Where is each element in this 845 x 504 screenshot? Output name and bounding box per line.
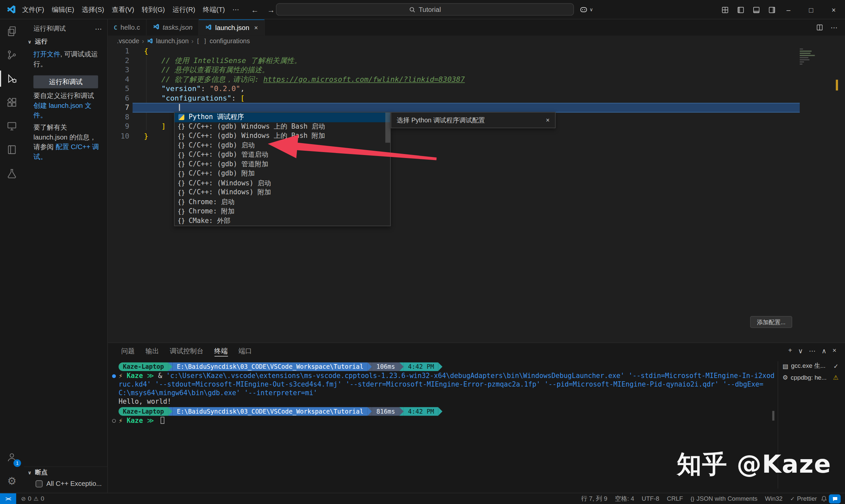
extensions-icon[interactable]	[0, 90, 24, 114]
status-language-mode[interactable]: {}JSON with Comments	[687, 493, 761, 504]
panel-tab-调试控制台[interactable]: 调试控制台	[166, 343, 207, 359]
close-panel-icon[interactable]: ×	[832, 347, 837, 355]
status-formatter[interactable]: ✓Prettier	[786, 493, 821, 504]
menu-item[interactable]: 查看(V)	[108, 4, 138, 16]
back-arrow-icon[interactable]: ←	[251, 5, 259, 14]
breakpoints-header[interactable]: ∨ 断点	[24, 468, 107, 478]
toggle-secondary-sidebar-icon[interactable]	[768, 6, 776, 14]
notifications-bell[interactable]	[821, 496, 828, 502]
notebook-icon[interactable]	[0, 138, 24, 162]
forward-arrow-icon[interactable]: →	[267, 5, 275, 14]
code-line[interactable]: // 悬停以查看现有属性的描述。	[108, 65, 838, 75]
more-actions-icon[interactable]: ⋯	[809, 347, 816, 355]
code-line[interactable]: // 欲了解更多信息，请访问: https://go.microsoft.com…	[108, 74, 838, 84]
suggestion-item[interactable]: {}C/C++: (gdb) Windows 上的 Bash 启动	[175, 122, 390, 132]
explorer-icon[interactable]	[0, 19, 24, 43]
create-launch-json-link[interactable]: 创建 launch.json 文件。	[33, 102, 91, 119]
open-file-link[interactable]: 打开文件	[33, 51, 60, 58]
braces-icon: {}	[177, 132, 186, 140]
sidebar-more-actions-icon[interactable]: ⋯	[95, 24, 102, 32]
chat-bubble-icon	[832, 496, 838, 502]
panel-tab-端口[interactable]: 端口	[235, 343, 256, 359]
breadcrumb-folder[interactable]: .vscode	[117, 37, 139, 45]
menu-item[interactable]: 转到(G)	[138, 4, 169, 16]
copilot-menu[interactable]: ∨	[579, 5, 593, 14]
terminal-view[interactable]: Kaze-LaptopE:\BaiduSyncdisk\03_CODE\VSCo…	[119, 361, 775, 490]
problems-status[interactable]: ⊘ 0 ⚠ 0	[16, 496, 49, 502]
settings-gear-icon[interactable]: ⚙	[0, 469, 24, 493]
chevron-down-icon: ∨	[589, 7, 593, 12]
menu-item[interactable]: 文件(F)	[18, 4, 48, 16]
code-line[interactable]: "version": "0.2.0",	[108, 84, 838, 94]
split-editor-icon[interactable]	[816, 24, 824, 31]
suggestion-item[interactable]: {}C/C++: (gdb) 管道附加	[175, 160, 390, 169]
menu-item[interactable]: ⋯	[229, 4, 243, 16]
panel-tab-输出[interactable]: 输出	[142, 343, 163, 359]
remote-indicator[interactable]: ><	[0, 493, 16, 504]
status-indentation[interactable]: 空格: 4	[611, 493, 638, 504]
remote-explorer-icon[interactable]	[0, 114, 24, 138]
menu-item[interactable]: 运行(R)	[169, 4, 199, 16]
breadcrumb-file[interactable]: launch.json	[156, 37, 189, 45]
terminal-list-item[interactable]: ⚙cppdbg: he...⚠	[780, 372, 841, 383]
add-configuration-button[interactable]: 添加配置...	[750, 316, 792, 328]
run-and-debug-button[interactable]: 运行和调试	[33, 75, 98, 88]
suggestion-item[interactable]: {}C/C++: (Windows) 附加	[175, 188, 390, 198]
close-button[interactable]: ×	[822, 0, 845, 19]
minimize-button[interactable]: –	[777, 0, 800, 19]
breadcrumb[interactable]: .vscode › launch.json › [ ] configuratio…	[108, 36, 845, 47]
terminal-list-item[interactable]: ▤gcc.exe 生...✓	[780, 360, 841, 372]
suggestion-item[interactable]: {}Chrome: 附加	[175, 207, 390, 216]
accounts-icon[interactable]: 1	[0, 445, 24, 469]
breakpoint-item[interactable]: All C++ Exceptio...	[24, 478, 107, 493]
suggestion-item[interactable]: {}C/C++: (gdb) 附加	[175, 169, 390, 179]
more-actions-icon[interactable]: ⋯	[830, 23, 838, 31]
suggestion-item[interactable]: Python 调试程序	[175, 112, 390, 122]
status-encoding[interactable]: UTF-8	[638, 493, 663, 504]
toggle-panel-icon[interactable]	[752, 6, 760, 14]
new-terminal-icon[interactable]: +	[788, 347, 792, 355]
suggestion-item[interactable]: {}Chrome: 启动	[175, 197, 390, 207]
tab-tasks.json[interactable]: tasks.json	[146, 19, 199, 36]
editor-actions: ⋯	[816, 19, 845, 36]
source-control-icon[interactable]	[0, 43, 24, 67]
terminal-prompt-row: Kaze-LaptopE:\BaiduSyncdisk\03_CODE\VSCo…	[119, 362, 775, 371]
run-and-debug-icon[interactable]	[0, 67, 24, 90]
status-eol[interactable]: CRLF	[663, 493, 687, 504]
code-line[interactable]: {	[108, 46, 838, 56]
command-center-search[interactable]: Tutorial	[276, 3, 574, 16]
terminal-profile-chevron-icon[interactable]: ∨	[798, 347, 803, 355]
run-section-header[interactable]: ∨ 运行	[24, 38, 107, 47]
breadcrumb-symbol[interactable]: configurations	[210, 37, 250, 45]
suggestion-item[interactable]: {}C/C++: (gdb) 管道启动	[175, 150, 390, 160]
panel-tab-终端[interactable]: 终端	[211, 343, 232, 359]
status-platform[interactable]: Win32	[761, 493, 786, 504]
copilot-chat-chip[interactable]	[829, 494, 841, 503]
tab-close-icon[interactable]: ×	[254, 24, 258, 32]
prompt-host-segment: Kaze-Laptop	[119, 362, 168, 371]
maximize-button[interactable]: □	[800, 0, 823, 19]
suggestion-item[interactable]: {}C/C++: (gdb) 启动	[175, 141, 390, 150]
testing-icon[interactable]	[0, 162, 24, 185]
status-cursor-position[interactable]: 行 7, 列 9	[577, 493, 611, 504]
customize-layout-icon[interactable]	[721, 6, 729, 14]
toggle-sidebar-icon[interactable]	[737, 6, 745, 14]
minimap[interactable]	[800, 48, 818, 66]
code-line[interactable]: "configurations": [	[108, 93, 838, 103]
suggestion-item[interactable]: {}C/C++: (gdb) Windows 上的 Bash 附加	[175, 131, 390, 141]
panel-tab-问题[interactable]: 问题	[118, 343, 139, 359]
code-line[interactable]: // 使用 IntelliSense 了解相关属性。	[108, 56, 838, 65]
suggestion-item[interactable]: {}C/C++: (Windows) 启动	[175, 178, 390, 188]
close-icon[interactable]: ×	[546, 116, 550, 124]
terminal-scrollbar[interactable]	[772, 411, 775, 420]
suggestion-item[interactable]: {}CMake: 外部	[175, 216, 390, 226]
menu-item[interactable]: 选择(S)	[78, 4, 108, 16]
menu-item[interactable]: 编辑(E)	[48, 4, 78, 16]
suggest-scrollbar[interactable]	[385, 112, 390, 143]
breakpoint-checkbox[interactable]	[36, 480, 42, 487]
tab-hello.c[interactable]: Chello.c	[108, 19, 146, 36]
menu-item[interactable]: 终端(T)	[199, 4, 229, 16]
code-line[interactable]	[108, 103, 838, 112]
maximize-panel-icon[interactable]: ∧	[822, 347, 827, 355]
tab-launch.json[interactable]: launch.json×	[199, 19, 264, 36]
